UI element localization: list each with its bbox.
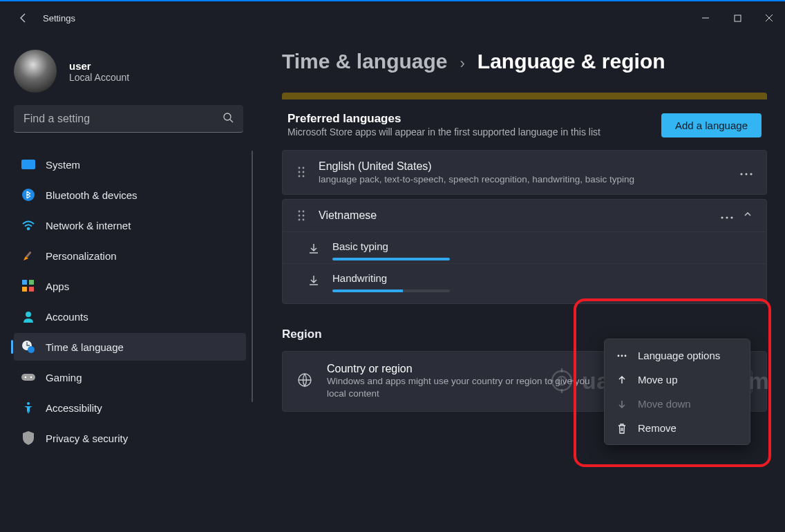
sidebar-item-privacy[interactable]: Privacy & security [14,424,246,452]
apps-icon [21,278,36,294]
svg-point-21 [299,175,301,178]
svg-rect-6 [22,280,27,285]
svg-point-31 [303,218,305,220]
language-card-vietnamese[interactable]: Vietnamese [282,199,767,304]
page-title: Language & region [477,50,665,73]
sidebar-item-accounts[interactable]: Accounts [14,303,246,330]
svg-point-25 [750,173,752,175]
svg-rect-2 [21,160,35,169]
sidebar-item-label: Time & language [46,341,124,353]
sidebar-item-label: Accessibility [46,402,102,414]
svg-point-23 [740,173,742,175]
svg-point-24 [745,173,747,175]
svg-rect-0 [735,15,741,21]
add-language-button[interactable]: Add a language [661,113,762,137]
chevron-up-icon[interactable] [743,209,753,222]
svg-point-18 [303,167,305,169]
ctx-remove[interactable]: Remove [605,416,750,440]
preferred-languages-header: Preferred languages Microsoft Store apps… [282,112,767,139]
language-card-english[interactable]: English (United States) language pack, t… [282,150,767,195]
minimize-button[interactable] [690,6,721,30]
user-block[interactable]: user Local Account [0,35,257,105]
arrow-up-icon [616,375,628,385]
preferred-title: Preferred languages [287,112,600,126]
svg-point-15 [30,377,32,379]
chevron-right-icon: › [460,55,465,73]
ctx-language-options[interactable]: Language options [605,343,750,368]
sidebar-item-network[interactable]: Network & internet [14,211,246,239]
svg-point-32 [721,216,723,218]
svg-point-30 [299,218,301,220]
maximize-button[interactable] [721,6,753,30]
svg-point-27 [303,210,305,212]
close-button[interactable] [753,6,785,30]
more-icon [616,354,628,357]
language-detail: language pack, text-to-speech, speech re… [319,174,634,184]
user-name: user [69,60,129,72]
more-options-button[interactable] [721,209,733,222]
sidebar: user Local Account System Bluetooth & [0,35,257,532]
search-icon [223,112,234,126]
svg-point-28 [299,214,301,216]
region-subtitle: Windows and apps might use your country … [327,375,603,400]
breadcrumb: Time & language › Language & region [282,50,767,73]
arrow-down-icon [616,399,628,409]
svg-rect-7 [29,280,34,285]
svg-point-39 [621,354,623,357]
download-icon [308,274,320,289]
app-title: Settings [43,13,75,23]
sidebar-item-time-language[interactable]: Time & language [14,333,246,361]
display-icon [21,157,36,172]
sidebar-item-system[interactable]: System [14,151,246,178]
drag-handle-icon[interactable] [296,166,306,178]
window-controls [690,6,785,30]
paintbrush-icon [21,248,36,263]
svg-point-14 [25,377,27,379]
trash-icon [616,423,628,434]
globe-icon [296,372,313,391]
search-input[interactable] [14,105,243,133]
svg-rect-5 [26,251,32,258]
svg-point-16 [27,402,30,405]
svg-point-12 [28,346,35,353]
svg-point-26 [299,210,301,212]
accessibility-icon [21,400,36,415]
component-label: Basic typing [332,240,753,252]
avatar [14,50,57,93]
language-component-row: Handwriting [283,263,766,303]
svg-point-38 [618,354,620,357]
svg-point-22 [303,175,305,178]
svg-rect-8 [22,287,27,292]
sidebar-item-accessibility[interactable]: Accessibility [14,394,246,421]
svg-point-10 [26,312,31,317]
svg-point-17 [299,167,301,169]
ctx-label: Language options [638,350,720,361]
sidebar-item-gaming[interactable]: Gaming [14,363,246,391]
svg-point-29 [303,214,305,216]
back-button[interactable] [14,8,33,28]
more-options-button[interactable] [740,166,753,178]
wifi-icon [21,218,36,233]
drag-handle-icon[interactable] [296,209,306,222]
clock-globe-icon [21,339,36,354]
ctx-move-down: Move down [605,392,750,416]
context-menu: Language options Move up Move down Remov… [604,339,750,445]
nav-list: System Bluetooth & devices Network & int… [0,148,257,455]
sidebar-item-personalization[interactable]: Personalization [14,242,246,269]
breadcrumb-parent[interactable]: Time & language [282,50,448,73]
ctx-move-up[interactable]: Move up [605,368,750,392]
sidebar-item-bluetooth[interactable]: Bluetooth & devices [14,181,246,209]
search-wrap [14,105,243,133]
svg-point-20 [303,171,305,173]
sidebar-item-label: Network & internet [46,220,131,231]
component-label: Handwriting [332,272,753,284]
svg-point-40 [625,354,627,357]
bluetooth-icon [21,187,36,202]
sidebar-item-apps[interactable]: Apps [14,272,246,300]
svg-point-19 [299,171,301,173]
svg-point-33 [726,216,728,218]
svg-point-4 [28,228,30,230]
person-icon [21,309,36,324]
sidebar-item-label: Personalization [46,250,117,262]
svg-rect-13 [21,374,35,381]
